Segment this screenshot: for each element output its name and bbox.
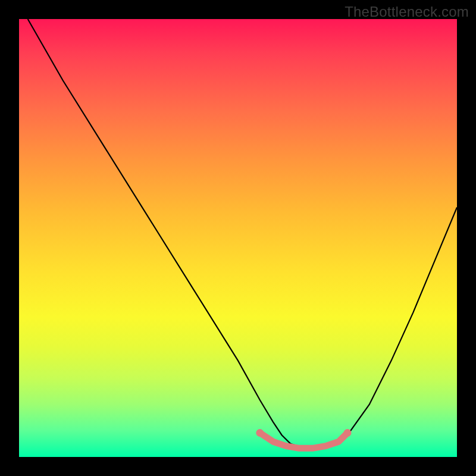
svg-point-0 bbox=[256, 429, 264, 437]
watermark-text: TheBottleneck.com bbox=[345, 4, 469, 20]
chart-frame: TheBottleneck.com bbox=[0, 0, 476, 476]
bottleneck-curve bbox=[28, 19, 457, 448]
chart-svg bbox=[19, 19, 457, 457]
svg-point-1 bbox=[344, 429, 352, 437]
optimal-band-markers bbox=[256, 429, 351, 448]
